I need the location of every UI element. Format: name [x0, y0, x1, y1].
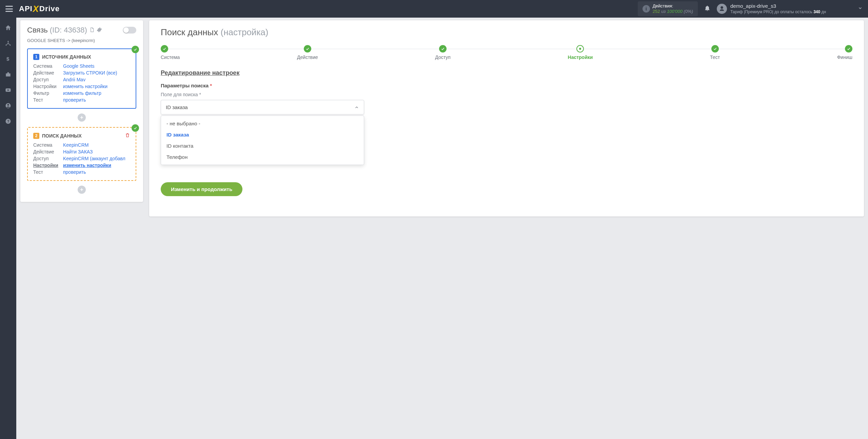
nav-connections-icon[interactable]	[3, 39, 13, 48]
row-value-link[interactable]: Найти ЗАКАЗ	[63, 149, 130, 154]
nav-billing-icon[interactable]: $	[3, 54, 13, 64]
actions-of: из	[661, 9, 666, 14]
actions-total: 100'000	[667, 9, 683, 14]
select-value: ID заказа	[166, 104, 188, 110]
connection-sidebar: Связь (ID: 43638) GOOGLE SHEETS -> (keep…	[20, 20, 143, 202]
logo-text-left: API	[19, 4, 33, 13]
row-label: Настройки	[33, 163, 63, 168]
actions-counter[interactable]: i Действия: 252 из 100'000 (0%)	[638, 1, 698, 16]
row-label: Действие	[33, 70, 63, 76]
row-label: Действие	[33, 149, 63, 154]
row-label: Фильтр	[33, 90, 63, 96]
actions-count: 252	[653, 9, 660, 14]
panel-number: 2	[33, 133, 39, 139]
doc-icon[interactable]	[89, 26, 95, 35]
trash-icon[interactable]	[125, 132, 130, 139]
row-label: Система	[33, 63, 63, 69]
gear-icon[interactable]	[97, 26, 102, 35]
select-option[interactable]: - не выбрано -	[161, 118, 364, 129]
step-test[interactable]: Тест	[710, 45, 720, 60]
row-value-link[interactable]: проверить	[63, 169, 130, 175]
row-label: Доступ	[33, 156, 63, 161]
step-access[interactable]: Доступ	[435, 45, 451, 60]
page-subtitle: (настройка)	[221, 27, 269, 37]
svg-point-0	[7, 41, 8, 42]
nav-profile-icon[interactable]	[3, 101, 13, 110]
row-value-link[interactable]: изменить настройки	[63, 84, 130, 89]
user-menu[interactable]: demo_apix-drive_s3 Тариф |Премиум PRO| д…	[717, 3, 826, 15]
nav-video-icon[interactable]	[3, 85, 13, 95]
row-value-link[interactable]: проверить	[63, 97, 130, 103]
row-value-link[interactable]: Google Sheets	[63, 63, 130, 69]
bell-icon[interactable]	[704, 5, 711, 13]
nav-home-icon[interactable]	[3, 23, 13, 33]
chevron-down-icon[interactable]	[858, 6, 863, 12]
panel-title: ПОИСК ДАННЫХ	[42, 133, 82, 139]
add-step-button[interactable]: +	[78, 186, 86, 194]
row-value-link[interactable]: KeepinCRM (аккаунт добавл	[63, 156, 130, 161]
svg-point-2	[9, 44, 11, 45]
row-label: Тест	[33, 169, 63, 175]
wizard-steps: Система Действие Доступ Настройки Тест Ф…	[161, 45, 852, 60]
tariff-text: Тариф |Премиум PRO| до оплаты осталось	[730, 9, 813, 14]
step-system[interactable]: Система	[161, 45, 180, 60]
nav-briefcase-icon[interactable]	[3, 70, 13, 79]
row-value-link[interactable]: Andrii Mav	[63, 77, 130, 82]
select-option[interactable]: ID заказа	[161, 129, 364, 140]
connection-path: GOOGLE SHEETS -> (keepincrm)	[27, 38, 136, 43]
step-finish[interactable]: Финиш	[837, 45, 852, 60]
connection-title: Связь	[27, 26, 48, 35]
logo[interactable]: APIXDrive	[19, 4, 60, 14]
connection-toggle[interactable]	[123, 27, 136, 34]
svg-point-1	[6, 44, 7, 45]
row-value-link[interactable]: изменить настройки	[63, 163, 130, 168]
step-settings[interactable]: Настройки	[568, 45, 593, 60]
check-icon	[132, 46, 139, 53]
tariff-days: 340	[813, 9, 820, 14]
select-dropdown: - не выбрано - ID заказа ID контакта Тел…	[161, 116, 364, 165]
params-label: Параметры поиска	[161, 83, 209, 88]
select-option[interactable]: ID контакта	[161, 140, 364, 151]
svg-point-7	[7, 104, 9, 106]
connection-id: (ID: 43638)	[50, 26, 87, 35]
nav-help-icon[interactable]: ?	[3, 117, 13, 126]
menu-toggle[interactable]	[5, 6, 13, 12]
row-label: Настройки	[33, 84, 63, 89]
row-label: Тест	[33, 97, 63, 103]
row-value-link[interactable]: KeepinCRM	[63, 142, 130, 148]
main-panel: Поиск данных (настройка) Система Действи…	[149, 20, 864, 216]
row-value-link[interactable]: изменить фильтр	[63, 90, 130, 96]
svg-text:$: $	[6, 56, 9, 62]
select-option[interactable]: Телефон	[161, 151, 364, 163]
source-panel[interactable]: 1 ИСТОЧНИК ДАННЫХ СистемаGoogle Sheets Д…	[27, 48, 136, 109]
svg-text:?: ?	[7, 119, 9, 123]
row-value-link[interactable]: Загрузить СТРОКИ (все)	[63, 70, 130, 76]
logo-x-icon: X	[33, 4, 39, 14]
search-field-select[interactable]: ID заказа - не выбрано - ID заказа ID ко…	[161, 100, 364, 114]
actions-label: Действия:	[653, 3, 693, 9]
page-title: Поиск данных	[161, 27, 218, 37]
submit-button[interactable]: Изменить и продолжить	[161, 182, 242, 196]
panel-title: ИСТОЧНИК ДАННЫХ	[42, 54, 91, 60]
avatar-icon	[717, 4, 727, 14]
section-heading: Редактирование настроек	[161, 69, 852, 77]
info-icon: i	[643, 5, 650, 13]
add-step-button[interactable]: +	[78, 113, 86, 122]
chevron-up-icon	[354, 105, 359, 110]
field-label: Поле для поиска *	[161, 92, 852, 97]
panel-number: 1	[33, 54, 39, 60]
row-label: Доступ	[33, 77, 63, 82]
user-name: demo_apix-drive_s3	[730, 3, 826, 9]
logo-text-right: Drive	[39, 4, 60, 13]
tariff-suffix: дн	[820, 9, 826, 14]
sidenav: $ ?	[0, 18, 16, 439]
search-panel[interactable]: 2 ПОИСК ДАННЫХ СистемаKeepinCRM Действие…	[27, 127, 136, 181]
actions-pct: (0%)	[684, 9, 693, 14]
row-label: Система	[33, 142, 63, 148]
required-mark: *	[210, 83, 212, 88]
step-action[interactable]: Действие	[297, 45, 318, 60]
check-icon	[132, 124, 139, 132]
